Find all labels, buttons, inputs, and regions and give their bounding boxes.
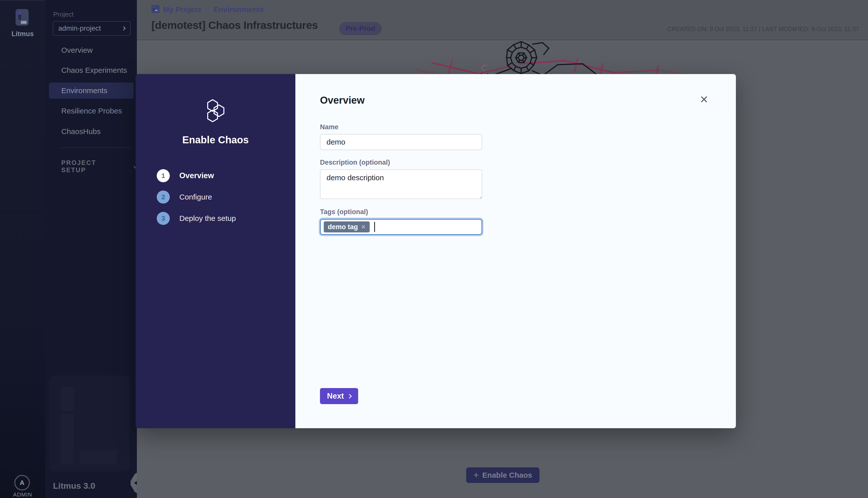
- breadcrumb-separator: >: [268, 5, 272, 14]
- project-setup-label: PROJECT SETUP: [61, 159, 120, 174]
- wizard-title: Enable Chaos: [135, 134, 295, 146]
- tags-input[interactable]: demo tag ✕: [320, 219, 482, 235]
- wizard-step-configure[interactable]: 2 Configure: [157, 191, 212, 204]
- tag-chip-label: demo tag: [328, 223, 358, 231]
- user-role-label: ADMIN: [0, 492, 45, 498]
- sidebar-divider: [60, 147, 131, 148]
- environment-type-badge: Pre-Prod: [339, 22, 382, 35]
- project-sidebar: Project admin-project Overview Chaos Exp…: [45, 0, 137, 498]
- tag-chip: demo tag ✕: [324, 221, 370, 233]
- chaos-doodle-graphic: [402, 41, 728, 76]
- sidebar-item-overview[interactable]: Overview: [49, 42, 134, 58]
- breadcrumb-environments[interactable]: Environments: [213, 5, 264, 14]
- enable-chaos-button[interactable]: + Enable Chaos: [466, 467, 540, 483]
- step-number-badge: 1: [157, 169, 170, 182]
- breadcrumb-litmus-icon: [152, 5, 159, 13]
- nav-rail: Litmus A ADMIN: [0, 0, 45, 498]
- text-caret: [374, 222, 375, 232]
- litmus-brand-label: Litmus: [0, 30, 45, 38]
- wizard-panel: Enable Chaos 1 Overview 2 Configure 3 De…: [135, 74, 295, 428]
- modal-heading: Overview: [320, 95, 365, 106]
- page-header: My Project > Environments > [demotest] C…: [137, 0, 868, 40]
- close-icon[interactable]: ✕: [697, 93, 711, 106]
- sidebar-item-environments[interactable]: Environments: [49, 82, 134, 99]
- app-screen: Litmus A ADMIN Project admin-project Ove…: [0, 0, 868, 498]
- name-label: Name: [320, 123, 482, 131]
- description-textarea[interactable]: demo description: [320, 169, 482, 199]
- litmus-watermark: [49, 376, 130, 471]
- hexagons-logo-icon: [204, 99, 227, 122]
- project-selector[interactable]: admin-project: [53, 21, 131, 36]
- name-input[interactable]: [320, 134, 482, 150]
- form-fields: Name Description (optional) demo descrip…: [320, 123, 482, 235]
- sidebar-item-resilience-probes[interactable]: Resilience Probes: [49, 103, 134, 119]
- enable-chaos-modal: Enable Chaos 1 Overview 2 Configure 3 De…: [135, 74, 736, 428]
- project-setup-section[interactable]: PROJECT SETUP: [61, 159, 137, 174]
- project-selector-value: admin-project: [58, 24, 122, 32]
- project-label: Project: [53, 11, 74, 18]
- wizard-step-deploy[interactable]: 3 Deploy the setup: [157, 212, 236, 225]
- next-button-label: Next: [327, 392, 344, 401]
- breadcrumb-my-project[interactable]: My Project: [163, 5, 201, 14]
- sidebar-item-chaos-experiments[interactable]: Chaos Experiments: [49, 62, 134, 78]
- wizard-step-overview[interactable]: 1 Overview: [157, 169, 214, 182]
- chevron-right-icon: [121, 26, 126, 31]
- breadcrumb-separator: >: [205, 5, 210, 14]
- tag-remove-icon[interactable]: ✕: [361, 224, 366, 230]
- sidebar-item-chaoshubs[interactable]: ChaosHubs: [49, 123, 134, 140]
- description-label: Description (optional): [320, 159, 482, 167]
- chevron-right-icon: [347, 394, 352, 398]
- version-label: Litmus 3.0: [53, 481, 95, 491]
- step-number-badge: 3: [157, 212, 170, 225]
- tags-label: Tags (optional): [320, 208, 482, 216]
- next-button[interactable]: Next: [320, 388, 358, 404]
- enable-chaos-button-label: Enable Chaos: [482, 471, 532, 480]
- overview-form-panel: Overview ✕ Name Description (optional) d…: [295, 74, 736, 428]
- created-modified-meta: CREATED ON: 9 Oct 2023, 11:37 | LAST MOD…: [667, 26, 859, 32]
- user-avatar[interactable]: A: [14, 475, 30, 490]
- litmus-logo-icon[interactable]: [16, 9, 29, 26]
- step-number-badge: 2: [157, 191, 170, 204]
- breadcrumb: My Project > Environments >: [163, 5, 272, 14]
- page-title: [demotest] Chaos Infrastructures: [152, 19, 318, 31]
